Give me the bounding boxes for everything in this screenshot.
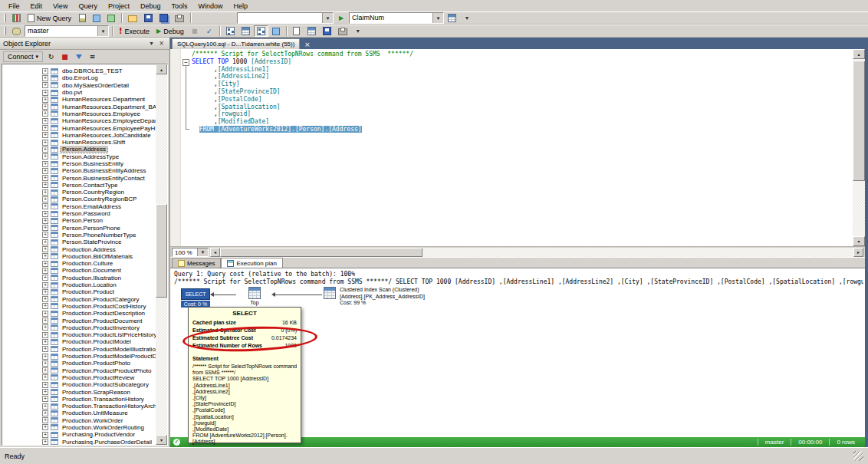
print-button[interactable] [172,12,187,24]
toolbar-options-button[interactable]: ▾ [351,25,365,37]
tree-scrollbar[interactable]: ▴ ▾ [156,64,167,445]
code-area[interactable]: /****** Script for SelectTopNRows comman… [192,51,851,133]
expand-icon[interactable]: + [42,332,48,338]
comment-button[interactable] [335,25,350,37]
expand-icon[interactable]: + [42,354,48,360]
mdx-query-button[interactable] [90,12,104,24]
tree-item[interactable]: +Person.AddressType [2,153,156,160]
scroll-track[interactable] [156,74,167,435]
expand-icon[interactable]: + [42,232,48,238]
tree-item[interactable]: +Production.TransactionHistoryArchive [2,403,156,410]
find-button[interactable] [445,12,459,24]
cancel-query-button[interactable]: ■ [188,25,202,37]
tree-item[interactable]: +Person.EmailAddress [2,203,156,210]
expand-icon[interactable]: + [42,211,48,217]
expand-icon[interactable]: + [42,175,48,181]
tree-item[interactable]: +Person.StateProvince [2,239,156,245]
zoom-control[interactable]: 100 % ▾ [172,248,209,257]
database-combo[interactable]: master ▾ [25,25,109,37]
tree-item[interactable]: +HumanResources.Department [2,96,156,103]
expand-icon[interactable]: + [42,360,48,367]
tree-item[interactable]: +Person.BusinessEntity [2,160,156,167]
available-databases-button[interactable] [9,25,24,37]
expand-icon[interactable]: + [42,253,48,259]
expand-icon[interactable]: + [42,118,48,124]
scroll-up-icon[interactable]: ▴ [156,64,167,74]
tree-item[interactable]: +Person.PersonPhone [2,225,156,232]
tree-item[interactable]: +Person.BusinessEntityContact [2,174,156,181]
scroll-down-icon[interactable]: ▾ [853,236,865,246]
refresh-icon[interactable]: ↻ [45,51,57,62]
tree-item[interactable]: +Person.ContactType [2,182,156,189]
toolbar-options-button[interactable]: ▾ [460,12,474,24]
tree-item[interactable]: +Production.ProductCostHistory [2,303,156,310]
scroll-right-icon[interactable]: ▸ [853,248,863,257]
tree-item[interactable]: +dbo.ErrorLog [2,74,156,81]
results-to-text-button[interactable] [290,25,304,37]
expand-icon[interactable]: + [42,424,48,430]
tree-item[interactable]: +Production.ProductReview [2,374,156,381]
tree-item[interactable]: +Production.UnitMeasure [2,410,156,416]
tree-item[interactable]: +Production.ProductSubcategory [2,381,156,388]
tree-item[interactable]: +Purchasing.ProductVendor [2,431,156,438]
scroll-thumb[interactable] [220,248,422,257]
tree-item[interactable]: +Production.ProductListPriceHistory [2,331,156,338]
connect-button[interactable]: Connect ▾ [3,51,43,62]
expand-icon[interactable]: + [42,439,48,445]
activity-monitor-button[interactable] [9,12,24,24]
tree-item[interactable]: +Production.Address [2,245,156,252]
menu-debug[interactable]: Debug [135,2,166,11]
toolbar-combo-1[interactable]: ▾ [237,12,334,24]
dmx-query-button[interactable] [104,12,118,24]
expand-icon[interactable]: + [42,68,48,74]
tree-item[interactable]: +Production.WorkOrderRouting [2,424,156,431]
tree-item[interactable]: +Person.Person [2,217,156,224]
expand-icon[interactable]: + [42,203,48,209]
toolbar-grip[interactable] [4,27,6,35]
tree-item[interactable]: +Production.ProductInventory [2,324,156,331]
scroll-thumb[interactable] [156,204,167,298]
properties-icon[interactable]: ≡ [87,51,98,62]
expand-icon[interactable]: + [42,432,48,438]
execute-button[interactable]: ! Execute [116,25,153,37]
expand-icon[interactable]: + [42,168,48,174]
tree-item[interactable]: +Production.ProductDocument [2,317,156,324]
tree-item[interactable]: +Production.TransactionHistory [2,396,156,403]
tree-item[interactable]: +Production.Document [2,267,156,274]
tree-item[interactable]: +HumanResources.JobCandidate [2,132,156,139]
expand-icon[interactable]: + [42,246,48,252]
plan-node-select[interactable]: SELECT Cost: 0 % [181,288,210,308]
tree-item[interactable]: +Production.ProductCategory [2,296,156,303]
expand-icon[interactable]: + [42,410,48,416]
tree-item[interactable]: +Person.Password [2,210,156,217]
tab-messages[interactable]: Messages [172,258,221,268]
expand-icon[interactable]: + [42,303,48,309]
tree-item[interactable]: +Production.ProductPhoto [2,360,156,367]
scroll-thumb[interactable] [853,61,865,181]
include-actual-plan-button[interactable] [254,25,268,37]
fold-collapse-icon[interactable]: − [182,59,189,66]
tree-item[interactable]: +Production.BillOfMaterials [2,253,156,260]
window-position-icon[interactable]: ▾ [146,39,156,48]
expand-icon[interactable]: + [42,396,48,402]
tree-item[interactable]: +HumanResources.EmployeeDepartmentHistor… [2,117,156,124]
tree-item[interactable]: +Person.BusinessEntityAddress [2,167,156,174]
expand-icon[interactable]: + [42,346,48,352]
scroll-track[interactable] [853,59,865,236]
sql-editor[interactable]: /****** Script for SelectTopNRows comman… [170,49,865,246]
expand-icon[interactable]: + [42,182,48,188]
expand-icon[interactable]: + [42,90,48,96]
menu-edit[interactable]: Edit [25,2,48,11]
chevron-down-icon[interactable]: ▾ [197,248,208,256]
expand-icon[interactable]: + [42,324,48,331]
resize-grip[interactable] [853,451,863,461]
tree-item[interactable]: +HumanResources.Employee [2,110,156,117]
menu-view[interactable]: View [48,2,73,11]
menu-file[interactable]: File [3,2,25,11]
expand-icon[interactable]: + [42,146,48,153]
expand-icon[interactable]: + [42,225,48,231]
expand-icon[interactable]: + [42,367,48,374]
database-engine-query-button[interactable] [75,12,89,24]
tree-item[interactable]: +dbo.MySalesOrderDetail [2,82,156,89]
tab-execution-plan[interactable]: Execution plan [221,258,282,268]
